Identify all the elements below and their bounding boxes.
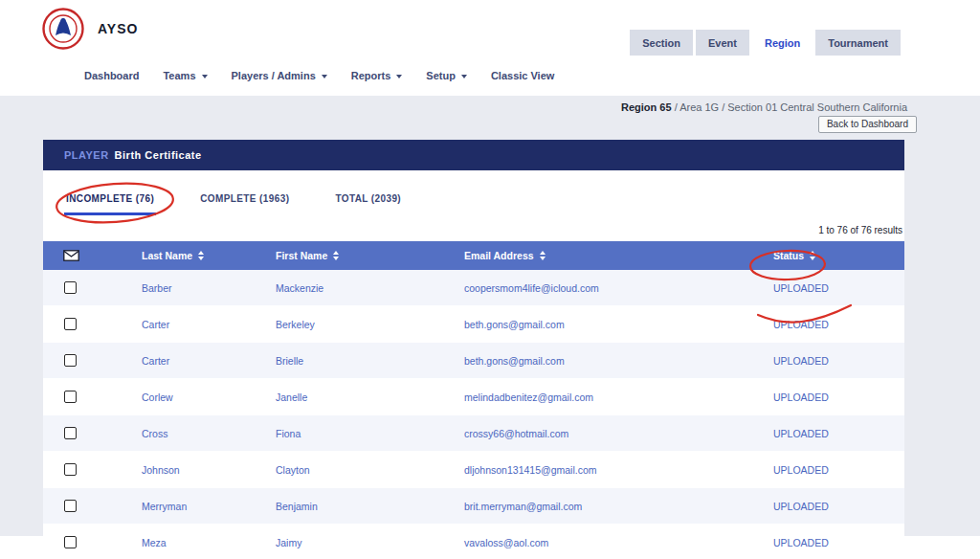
table-row: Merryman Benjamin brit.merryman@gmail.co… <box>43 488 904 525</box>
sort-icon <box>333 251 339 260</box>
players-table: Last Name First Name Email Address Statu… <box>43 241 904 559</box>
email-link[interactable]: coopersmom4life@icloud.com <box>464 282 773 294</box>
row-checkbox[interactable] <box>64 536 77 548</box>
status-link[interactable]: UPLOADED <box>773 282 904 294</box>
top-bar: AYSO Section Event Region Tournament <box>0 0 980 56</box>
table-row: Carter Brielle beth.gons@gmail.com UPLOA… <box>43 343 904 379</box>
envelope-icon <box>63 250 79 261</box>
status-link[interactable]: UPLOADED <box>773 464 904 476</box>
tab-complete[interactable]: COMPLETE (1963) <box>198 193 291 215</box>
nav-item-label: Setup <box>426 70 456 81</box>
status-link[interactable]: UPLOADED <box>773 355 904 367</box>
email-link[interactable]: melindadbenitez@gmail.com <box>464 391 773 403</box>
breadcrumb-region: Region 65 <box>621 101 672 113</box>
table-row: Barber Mackenzie coopersmom4life@icloud.… <box>43 270 904 306</box>
nav-item-label: Classic View <box>491 70 554 81</box>
sort-icon <box>198 251 204 260</box>
last-name-cell: Carter <box>142 355 276 367</box>
tab-incomplete[interactable]: INCOMPLETE (76) <box>64 193 156 215</box>
nav-item-reports[interactable]: Reports <box>351 70 403 81</box>
row-checkbox[interactable] <box>64 354 77 367</box>
nav-item-label: Teams <box>163 70 195 81</box>
tab-section[interactable]: Section <box>630 30 693 56</box>
brand-name: AYSO <box>98 21 138 36</box>
nav-item-dashboard[interactable]: Dashboard <box>84 70 139 81</box>
birth-certificate-panel: PLAYER Birth Certificate INCOMPLETE (76)… <box>43 140 904 559</box>
table-header-row: Last Name First Name Email Address Statu… <box>43 241 904 270</box>
tab-region[interactable]: Region <box>752 30 813 56</box>
row-checkbox[interactable] <box>64 463 77 476</box>
nav-item-label: Dashboard <box>84 70 139 81</box>
chevron-down-icon <box>396 75 402 78</box>
status-filter-tabs: INCOMPLETE (76) COMPLETE (1963) TOTAL (2… <box>43 170 904 215</box>
last-name-cell: Carter <box>142 319 276 330</box>
status-link[interactable]: UPLOADED <box>773 391 904 403</box>
chevron-down-icon <box>461 75 467 78</box>
context-tabs: Section Event Region Tournament <box>630 30 901 56</box>
email-selected-action[interactable] <box>43 250 142 261</box>
table-row: Meza Jaimy vavaloss@aol.com UPLOADED <box>43 525 904 559</box>
row-checkbox[interactable] <box>64 318 77 330</box>
row-checkbox[interactable] <box>64 281 77 294</box>
column-label: Email Address <box>464 250 534 261</box>
tab-event[interactable]: Event <box>696 30 749 56</box>
panel-header: PLAYER Birth Certificate <box>43 140 904 170</box>
nav-item-teams[interactable]: Teams <box>163 70 207 81</box>
row-checkbox[interactable] <box>64 500 77 512</box>
nav-item-label: Players / Admins <box>232 70 316 81</box>
nav-item-players-admins[interactable]: Players / Admins <box>232 70 327 81</box>
status-link[interactable]: UPLOADED <box>773 537 904 548</box>
results-summary: 1 to 76 of 76 results <box>43 225 904 235</box>
email-link[interactable]: crossy66@hotmail.com <box>464 428 773 439</box>
first-name-cell: Jaimy <box>276 537 464 548</box>
email-link[interactable]: brit.merryman@gmail.com <box>464 501 773 512</box>
email-link[interactable]: beth.gons@gmail.com <box>464 355 773 367</box>
email-link[interactable]: vavaloss@aol.com <box>464 537 773 548</box>
last-name-cell: Corlew <box>142 391 276 403</box>
back-to-dashboard-button[interactable]: Back to Dashboard <box>818 116 917 133</box>
column-header-first-name[interactable]: First Name <box>276 250 464 261</box>
last-name-cell: Meza <box>142 537 276 548</box>
table-row: Johnson Clayton dljohnson131415@gmail.co… <box>43 452 904 488</box>
first-name-cell: Fiona <box>276 428 464 439</box>
sort-icon <box>540 251 546 260</box>
column-label: Last Name <box>142 250 192 261</box>
last-name-cell: Johnson <box>142 464 276 476</box>
nav-item-setup[interactable]: Setup <box>426 70 467 81</box>
breadcrumb: Region 65 / Area 1G / Section 01 Central… <box>621 101 907 113</box>
row-checkbox[interactable] <box>64 427 77 439</box>
tab-total[interactable]: TOTAL (2039) <box>333 193 403 215</box>
table-row: Cross Fiona crossy66@hotmail.com UPLOADE… <box>43 415 904 452</box>
nav-item-label: Reports <box>351 70 391 81</box>
sort-icon <box>810 251 815 260</box>
column-label: First Name <box>276 250 327 261</box>
first-name-cell: Benjamin <box>276 501 464 512</box>
table-body: Barber Mackenzie coopersmom4life@icloud.… <box>43 270 904 559</box>
tab-tournament[interactable]: Tournament <box>815 30 901 56</box>
nav-item-classic-view[interactable]: Classic View <box>491 70 554 81</box>
column-header-status[interactable]: Status <box>773 250 904 261</box>
first-name-cell: Clayton <box>276 464 464 476</box>
chevron-down-icon <box>202 75 208 78</box>
column-header-last-name[interactable]: Last Name <box>142 250 276 261</box>
last-name-cell: Cross <box>142 428 276 439</box>
panel-title: Birth Certificate <box>115 149 202 161</box>
brand: AYSO <box>42 8 138 50</box>
last-name-cell: Merryman <box>142 501 276 512</box>
table-row: Carter Berkeley beth.gons@gmail.com UPLO… <box>43 306 904 343</box>
email-link[interactable]: beth.gons@gmail.com <box>464 319 773 330</box>
column-header-email[interactable]: Email Address <box>464 250 773 261</box>
first-name-cell: Berkeley <box>276 319 464 330</box>
status-link[interactable]: UPLOADED <box>773 428 904 439</box>
panel-title-prefix: PLAYER <box>64 149 109 161</box>
table-row: Corlew Janelle melindadbenitez@gmail.com… <box>43 379 904 415</box>
last-name-cell: Barber <box>142 282 276 294</box>
chevron-down-icon <box>322 75 327 78</box>
status-link[interactable]: UPLOADED <box>773 501 904 512</box>
first-name-cell: Brielle <box>276 355 464 367</box>
status-link[interactable]: UPLOADED <box>773 319 904 330</box>
main-nav: Dashboard Teams Players / Admins Reports… <box>0 56 980 96</box>
breadcrumb-rest: / Area 1G / Section 01 Central Southern … <box>672 101 907 113</box>
row-checkbox[interactable] <box>64 391 77 403</box>
email-link[interactable]: dljohnson131415@gmail.com <box>464 464 773 476</box>
